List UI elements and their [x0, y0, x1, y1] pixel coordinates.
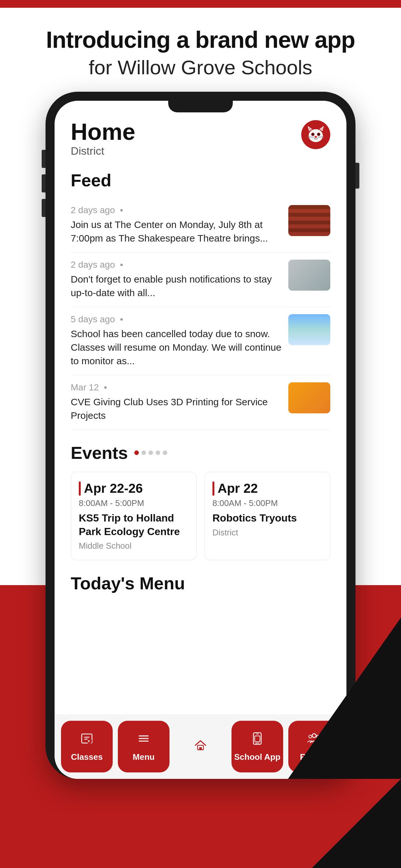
volume-up-btn — [42, 150, 45, 168]
phone-section: Home District — [0, 92, 401, 779]
event-date: Apr 22-26 — [79, 481, 189, 496]
event-date-text: Apr 22 — [218, 481, 258, 496]
feed-timestamp: 2 days ago — [71, 259, 115, 270]
theatre-image — [288, 205, 330, 236]
feed-item[interactable]: 5 days ago • School has been cancelled t… — [71, 307, 330, 375]
svg-point-0 — [309, 129, 323, 142]
feed-meta: 5 days ago • — [71, 314, 282, 324]
menu-icon — [136, 732, 151, 749]
feed-timestamp: 2 days ago — [71, 205, 115, 215]
feed-section: Feed 2 days ago • Join us at The Center … — [71, 170, 330, 430]
event-name: KS5 Trip to Holland Park Ecology Centre — [79, 512, 189, 538]
feed-thumbnail — [288, 259, 330, 290]
nav-classes-button[interactable]: Classes — [61, 721, 113, 772]
top-bar — [0, 0, 401, 8]
dot-1[interactable] — [134, 451, 139, 455]
header-subtitle: for Willow Grove Schools — [26, 56, 375, 79]
svg-point-8 — [318, 133, 320, 135]
dot-3[interactable] — [149, 451, 153, 455]
svg-rect-27 — [255, 736, 260, 742]
svg-point-9 — [314, 136, 317, 138]
school-app-icon — [250, 732, 265, 749]
event-date-text: Apr 22-26 — [84, 481, 143, 496]
events-cards: Apr 22-26 8:00AM - 5:00PM KS5 Trip to Ho… — [71, 472, 330, 560]
nav-menu-label: Menu — [133, 752, 155, 762]
home-header: Home District — [71, 120, 330, 157]
feed-body: Don't forget to enable push notification… — [71, 273, 282, 300]
nav-classes-label: Classes — [71, 752, 103, 762]
decorations — [272, 617, 401, 779]
svg-point-7 — [312, 133, 314, 135]
snow-image — [288, 314, 330, 345]
event-date: Apr 22 — [212, 481, 322, 496]
feed-text-group: Mar 12 • CVE Giving Club Uses 3D Printin… — [71, 382, 282, 423]
dot-2[interactable] — [142, 451, 146, 455]
feed-meta: 2 days ago • — [71, 205, 282, 215]
feed-timestamp: Mar 12 — [71, 382, 99, 392]
nav-home-button[interactable] — [175, 721, 226, 772]
menu-title: Today's Menu — [71, 573, 330, 593]
events-title: Events — [71, 443, 128, 463]
feed-thumbnail — [288, 205, 330, 236]
phone-notch — [168, 101, 233, 113]
mascot-avatar[interactable] — [301, 120, 330, 149]
power-btn — [356, 163, 359, 189]
home-title: Home — [71, 120, 135, 144]
home-title-group: Home District — [71, 120, 135, 157]
home-district-label: District — [71, 145, 135, 157]
events-section: Events — [71, 443, 330, 560]
feed-text-group: 5 days ago • School has been cancelled t… — [71, 314, 282, 368]
black-triangle — [288, 617, 401, 779]
feed-body: School has been cancelled today due to s… — [71, 327, 282, 368]
event-card[interactable]: Apr 22-26 8:00AM - 5:00PM KS5 Trip to Ho… — [71, 472, 197, 560]
feed-body: CVE Giving Club Uses 3D Printing for Ser… — [71, 395, 282, 423]
feed-item[interactable]: 2 days ago • Join us at The Center on Mo… — [71, 198, 330, 252]
feed-item[interactable]: 2 days ago • Don't forget to enable push… — [71, 252, 330, 307]
feed-thumbnail — [288, 382, 330, 413]
mascot-icon — [305, 123, 327, 146]
classes-icon — [80, 732, 94, 749]
bottom-spacer — [0, 779, 401, 868]
dot-5[interactable] — [163, 451, 167, 455]
feed-meta: Mar 12 • — [71, 382, 282, 393]
events-header: Events — [71, 443, 330, 463]
event-time: 8:00AM - 5:00PM — [212, 498, 322, 508]
feed-text-group: 2 days ago • Don't forget to enable push… — [71, 259, 282, 300]
feed-text-group: 2 days ago • Join us at The Center on Mo… — [71, 205, 282, 245]
volume-down-btn — [42, 175, 45, 192]
event-date-bar — [79, 482, 81, 496]
feed-title: Feed — [71, 170, 330, 190]
feed-meta: 2 days ago • — [71, 259, 282, 270]
events-dots — [134, 451, 167, 455]
event-location: District — [212, 528, 322, 538]
event-time: 8:00AM - 5:00PM — [79, 498, 189, 508]
dot-4[interactable] — [156, 451, 160, 455]
header-section: Introducing a brand new app for Willow G… — [0, 8, 401, 92]
event-date-bar — [212, 482, 214, 496]
nav-menu-button[interactable]: Menu — [118, 721, 169, 772]
event-location: Middle School — [79, 541, 189, 551]
svg-rect-24 — [199, 747, 202, 750]
event-card[interactable]: Apr 22 8:00AM - 5:00PM Robotics Tryouts … — [204, 472, 330, 560]
feed-body: Join us at The Center on Monday, July 8t… — [71, 218, 282, 245]
bottom-wedge — [272, 779, 401, 868]
feed-item[interactable]: Mar 12 • CVE Giving Club Uses 3D Printin… — [71, 375, 330, 430]
header-title: Introducing a brand new app — [26, 27, 375, 53]
phone-hands-image — [288, 259, 330, 290]
side-buttons — [42, 150, 45, 223]
event-name: Robotics Tryouts — [212, 512, 322, 525]
silent-switch-btn — [42, 199, 45, 217]
feed-timestamp: 5 days ago — [71, 314, 115, 324]
feed-thumbnail — [288, 314, 330, 345]
page: Introducing a brand new app for Willow G… — [0, 0, 401, 868]
class-image — [288, 382, 330, 413]
home-icon — [193, 738, 208, 755]
menu-section: Today's Menu — [71, 573, 330, 593]
header-title-line1: Introducing a brand new app — [46, 27, 355, 53]
